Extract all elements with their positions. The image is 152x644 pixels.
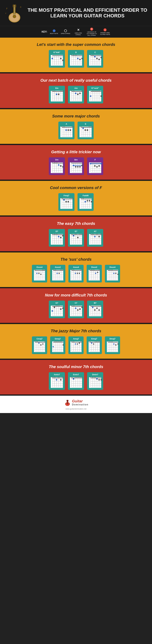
svg-rect-485 <box>52 342 63 352</box>
chord-dmin7-name: Dmin7 <box>92 374 98 376</box>
key-section: KEY: ROOT NOTE OPEN STRING ✕ UNPLAYED ST… <box>0 26 152 38</box>
svg-point-234 <box>65 201 67 202</box>
svg-point-275 <box>62 235 64 236</box>
section-sus-heading: The 'sus' chords <box>3 257 149 262</box>
chord-dmaj7-diagram: ✕ ✕ <box>106 341 119 353</box>
svg-text:♪: ♪ <box>6 7 7 10</box>
chord-asus4-diagram: ✕ <box>70 269 82 281</box>
key-kill-string: ✕ USE BACK OF 1ST FINGER TO KILL STRING <box>86 28 97 36</box>
svg-point-445 <box>79 308 81 310</box>
chord-em-name: Em <box>55 87 58 89</box>
svg-point-498 <box>53 346 54 347</box>
svg-point-406 <box>113 273 115 274</box>
section-jazzy-major-7th: The jazzy Major 7th chords Cmaj7 ✕ <box>0 324 152 359</box>
chord-a: A ✕ <box>58 122 74 139</box>
chord-emin7-diagram <box>69 376 83 389</box>
svg-rect-28 <box>70 55 82 66</box>
chord-g-rock: G"rock" <box>87 86 103 104</box>
chord-d-diagram: ✕ ✕ <box>69 54 83 66</box>
key-open-label: OPEN STRING <box>61 33 70 34</box>
svg-point-100 <box>75 93 76 94</box>
chord-fmaj7: Fmaj7 <box>58 193 74 211</box>
key-root-label: ROOT NOTE <box>50 33 58 34</box>
svg-text:✕: ✕ <box>90 54 91 56</box>
svg-point-481 <box>38 342 39 344</box>
chord-a7: A7 ✕ <box>87 229 103 247</box>
svg-rect-542 <box>107 342 118 352</box>
svg-text:✕: ✕ <box>61 126 62 127</box>
svg-point-8 <box>13 15 16 18</box>
svg-point-196 <box>75 166 76 168</box>
svg-text:✕: ✕ <box>109 269 111 270</box>
svg-point-367 <box>75 273 76 274</box>
svg-rect-447 <box>89 306 101 316</box>
chord-g-folk-diagram <box>50 54 64 66</box>
svg-rect-371 <box>89 270 100 280</box>
svg-rect-142 <box>80 126 92 137</box>
svg-point-81 <box>56 94 57 95</box>
fret-note-symbol: ● <box>104 28 107 32</box>
svg-point-199 <box>81 165 83 166</box>
chord-c7-diagram: ✕ <box>69 305 83 317</box>
svg-point-521 <box>79 342 80 344</box>
chord-emin7: Emin7 <box>68 372 84 390</box>
chord-dsus2: Dsus2 ✕ ✕ <box>87 265 102 282</box>
chord-d7: D7 ✕ ✕ <box>49 229 65 247</box>
chord-e-diagram <box>79 126 92 138</box>
svg-point-292 <box>77 237 79 238</box>
key-unplayed-label: UNPLAYED STRING. <box>73 32 84 36</box>
svg-text:✕: ✕ <box>71 341 72 342</box>
svg-text:✕: ✕ <box>52 162 53 163</box>
svg-text:✕: ✕ <box>89 269 90 270</box>
svg-point-444 <box>77 309 79 311</box>
svg-text:✕: ✕ <box>107 269 109 270</box>
chord-dmaj7-name: Dmaj7 <box>109 338 115 340</box>
svg-point-349 <box>58 273 60 274</box>
chord-a7-name: A7 <box>94 230 97 232</box>
chord-asus2-name: Asus2 <box>55 266 61 268</box>
chord-dsus4-name: Dsus4 <box>109 266 115 268</box>
svg-point-65 <box>101 57 102 58</box>
trickier-chords-row: Dm ✕ ✕ <box>3 158 149 175</box>
svg-point-446 <box>81 306 83 308</box>
chord-am-name: Am <box>74 87 78 89</box>
chord-dmin7-diagram: ✕ ✕ <box>88 376 102 389</box>
svg-rect-180 <box>70 162 82 173</box>
svg-point-63 <box>96 58 98 59</box>
svg-point-537 <box>91 342 92 344</box>
svg-point-461 <box>92 306 94 308</box>
svg-point-25 <box>51 58 53 59</box>
svg-rect-390 <box>107 270 118 280</box>
chord-dm-diagram: ✕ ✕ <box>50 162 64 174</box>
chord-asus2-diagram: ✕ <box>52 269 64 281</box>
section-sus: The 'sus' chords Esus4 <box>0 252 152 287</box>
section-trickier-heading: Getting a little trickier now <box>3 150 149 154</box>
svg-rect-85 <box>70 91 82 102</box>
svg-text:♫: ♫ <box>20 6 21 8</box>
svg-point-177 <box>58 164 59 166</box>
svg-rect-66 <box>51 91 63 102</box>
chord-d-name: D <box>75 51 77 54</box>
section-trickier: Getting a little trickier now Dm ✕ ✕ <box>0 145 152 180</box>
chord-e7-diagram <box>69 233 83 246</box>
section-super-common: Let's start with the super common chords… <box>0 38 152 72</box>
svg-point-312 <box>98 236 100 237</box>
svg-point-215 <box>101 163 102 164</box>
cool-f-chords-row: Fmaj7 <box>3 193 149 211</box>
svg-point-615 <box>96 378 98 380</box>
chord-dsus4-diagram: ✕ ✕ <box>106 269 119 281</box>
svg-point-328 <box>36 273 37 274</box>
chord-amin7-name: Amin7 <box>54 374 60 376</box>
chord-gmaj7-diagram <box>52 341 64 353</box>
svg-point-329 <box>38 273 39 274</box>
chord-g7-name: G7 <box>55 302 58 304</box>
svg-text:✕: ✕ <box>90 233 91 235</box>
separator-4 <box>0 180 152 181</box>
easy-7th-chords-row: D7 ✕ ✕ <box>3 229 149 247</box>
svg-rect-599 <box>89 377 101 388</box>
page-title: THE MOST PRACTICAL AND EFFICIENT ORDER T… <box>27 7 148 18</box>
chord-amaj7-name: Amaj7 <box>73 338 79 340</box>
svg-rect-352 <box>70 270 82 280</box>
chord-e7-name: E7 <box>75 230 77 232</box>
chord-cmaj7-diagram: ✕ <box>33 341 46 353</box>
